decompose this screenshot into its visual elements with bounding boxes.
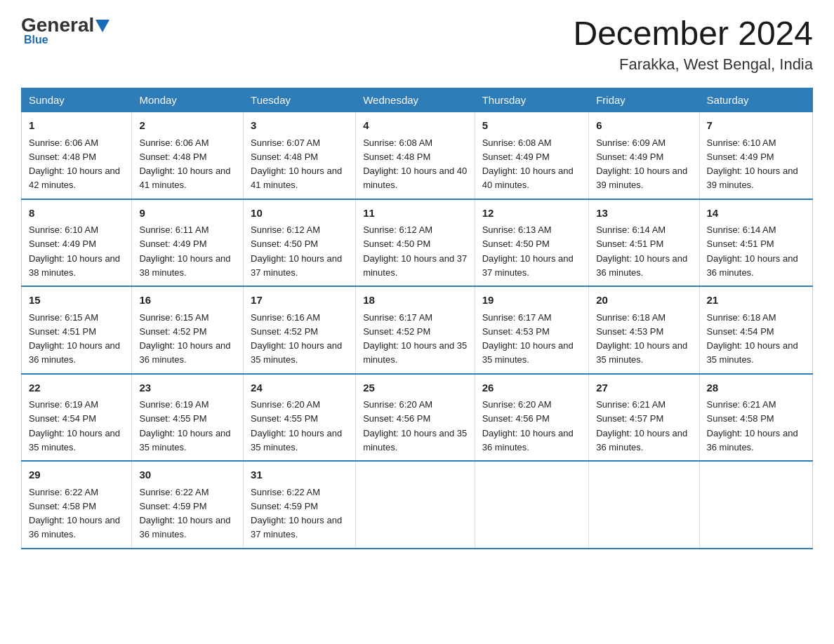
calendar-cell: [699, 461, 812, 549]
calendar-cell: 6Sunrise: 6:09 AMSunset: 4:49 PMDaylight…: [589, 112, 699, 199]
day-number: 3: [251, 118, 348, 134]
day-info: Sunrise: 6:12 AMSunset: 4:50 PMDaylight:…: [363, 224, 467, 278]
weekday-header-tuesday: Tuesday: [244, 88, 356, 112]
day-number: 2: [139, 118, 236, 134]
weekday-header-monday: Monday: [132, 88, 244, 112]
day-info: Sunrise: 6:16 AMSunset: 4:52 PMDaylight:…: [251, 312, 342, 365]
title-block: December 2024 Farakka, West Bengal, Indi…: [573, 14, 813, 74]
day-number: 18: [363, 293, 468, 309]
weekday-header-wednesday: Wednesday: [356, 88, 475, 112]
calendar-cell: 22Sunrise: 6:19 AMSunset: 4:54 PMDayligh…: [22, 374, 132, 462]
calendar-cell: 3Sunrise: 6:07 AMSunset: 4:48 PMDaylight…: [244, 112, 356, 199]
calendar-cell: 26Sunrise: 6:20 AMSunset: 4:56 PMDayligh…: [475, 374, 588, 462]
day-info: Sunrise: 6:06 AMSunset: 4:48 PMDaylight:…: [139, 137, 230, 191]
day-info: Sunrise: 6:20 AMSunset: 4:56 PMDaylight:…: [363, 399, 467, 452]
weekday-header-thursday: Thursday: [475, 88, 588, 112]
day-number: 10: [251, 206, 348, 222]
day-info: Sunrise: 6:14 AMSunset: 4:51 PMDaylight:…: [596, 224, 687, 278]
weekday-header-row: SundayMondayTuesdayWednesdayThursdayFrid…: [22, 88, 813, 112]
day-number: 7: [707, 118, 805, 134]
day-number: 29: [29, 467, 124, 483]
calendar-week-row: 29Sunrise: 6:22 AMSunset: 4:58 PMDayligh…: [22, 461, 813, 549]
day-number: 4: [363, 118, 468, 134]
day-info: Sunrise: 6:10 AMSunset: 4:49 PMDaylight:…: [707, 137, 798, 191]
day-info: Sunrise: 6:08 AMSunset: 4:49 PMDaylight:…: [482, 137, 574, 191]
calendar-week-row: 8Sunrise: 6:10 AMSunset: 4:49 PMDaylight…: [22, 199, 813, 287]
day-info: Sunrise: 6:15 AMSunset: 4:52 PMDaylight:…: [139, 312, 230, 365]
day-info: Sunrise: 6:18 AMSunset: 4:54 PMDaylight:…: [707, 312, 798, 365]
day-number: 17: [251, 293, 348, 309]
day-info: Sunrise: 6:14 AMSunset: 4:51 PMDaylight:…: [707, 224, 798, 278]
calendar-cell: 13Sunrise: 6:14 AMSunset: 4:51 PMDayligh…: [589, 199, 699, 287]
calendar-cell: 2Sunrise: 6:06 AMSunset: 4:48 PMDaylight…: [132, 112, 244, 199]
day-info: Sunrise: 6:18 AMSunset: 4:53 PMDaylight:…: [596, 312, 687, 365]
day-number: 14: [707, 206, 805, 222]
calendar-cell: 11Sunrise: 6:12 AMSunset: 4:50 PMDayligh…: [356, 199, 475, 287]
day-info: Sunrise: 6:11 AMSunset: 4:49 PMDaylight:…: [139, 224, 230, 278]
calendar-week-row: 22Sunrise: 6:19 AMSunset: 4:54 PMDayligh…: [22, 374, 813, 462]
day-number: 24: [251, 380, 348, 396]
logo: General Blue: [21, 14, 110, 46]
day-number: 20: [596, 293, 691, 309]
calendar-cell: 5Sunrise: 6:08 AMSunset: 4:49 PMDaylight…: [475, 112, 588, 199]
calendar-table: SundayMondayTuesdayWednesdayThursdayFrid…: [21, 88, 813, 549]
location-subtitle: Farakka, West Bengal, India: [573, 55, 813, 74]
calendar-cell: [589, 461, 699, 549]
weekday-header-saturday: Saturday: [699, 88, 812, 112]
day-info: Sunrise: 6:17 AMSunset: 4:52 PMDaylight:…: [363, 312, 467, 365]
day-number: 22: [29, 380, 124, 396]
logo-triangle-icon: [95, 20, 110, 32]
day-info: Sunrise: 6:20 AMSunset: 4:56 PMDaylight:…: [482, 399, 574, 452]
day-info: Sunrise: 6:15 AMSunset: 4:51 PMDaylight:…: [29, 312, 120, 365]
calendar-cell: 10Sunrise: 6:12 AMSunset: 4:50 PMDayligh…: [244, 199, 356, 287]
day-number: 30: [139, 467, 236, 483]
calendar-cell: 27Sunrise: 6:21 AMSunset: 4:57 PMDayligh…: [589, 374, 699, 462]
calendar-cell: [356, 461, 475, 549]
day-number: 25: [363, 380, 468, 396]
day-info: Sunrise: 6:20 AMSunset: 4:55 PMDaylight:…: [251, 399, 342, 452]
day-number: 31: [251, 467, 348, 483]
calendar-cell: 1Sunrise: 6:06 AMSunset: 4:48 PMDaylight…: [22, 112, 132, 199]
day-info: Sunrise: 6:08 AMSunset: 4:48 PMDaylight:…: [363, 137, 467, 191]
day-number: 15: [29, 293, 124, 309]
calendar-week-row: 1Sunrise: 6:06 AMSunset: 4:48 PMDaylight…: [22, 112, 813, 199]
day-info: Sunrise: 6:10 AMSunset: 4:49 PMDaylight:…: [29, 224, 120, 278]
day-number: 19: [482, 293, 581, 309]
day-info: Sunrise: 6:12 AMSunset: 4:50 PMDaylight:…: [251, 224, 342, 278]
calendar-cell: 4Sunrise: 6:08 AMSunset: 4:48 PMDaylight…: [356, 112, 475, 199]
day-number: 11: [363, 206, 468, 222]
calendar-cell: 25Sunrise: 6:20 AMSunset: 4:56 PMDayligh…: [356, 374, 475, 462]
day-info: Sunrise: 6:13 AMSunset: 4:50 PMDaylight:…: [482, 224, 574, 278]
day-number: 21: [707, 293, 805, 309]
day-info: Sunrise: 6:09 AMSunset: 4:49 PMDaylight:…: [596, 137, 687, 191]
day-info: Sunrise: 6:19 AMSunset: 4:55 PMDaylight:…: [139, 399, 230, 452]
day-number: 6: [596, 118, 691, 134]
day-info: Sunrise: 6:19 AMSunset: 4:54 PMDaylight:…: [29, 399, 120, 452]
calendar-cell: 20Sunrise: 6:18 AMSunset: 4:53 PMDayligh…: [589, 286, 699, 374]
day-info: Sunrise: 6:22 AMSunset: 4:58 PMDaylight:…: [29, 487, 120, 540]
calendar-cell: 29Sunrise: 6:22 AMSunset: 4:58 PMDayligh…: [22, 461, 132, 549]
calendar-cell: 21Sunrise: 6:18 AMSunset: 4:54 PMDayligh…: [699, 286, 812, 374]
weekday-header-sunday: Sunday: [22, 88, 132, 112]
day-number: 12: [482, 206, 581, 222]
calendar-cell: 8Sunrise: 6:10 AMSunset: 4:49 PMDaylight…: [22, 199, 132, 287]
calendar-cell: 19Sunrise: 6:17 AMSunset: 4:53 PMDayligh…: [475, 286, 588, 374]
calendar-cell: 18Sunrise: 6:17 AMSunset: 4:52 PMDayligh…: [356, 286, 475, 374]
day-number: 13: [596, 206, 691, 222]
month-year-title: December 2024: [573, 14, 813, 53]
page-header: General Blue December 2024 Farakka, West…: [21, 14, 813, 74]
day-number: 28: [707, 380, 805, 396]
day-number: 23: [139, 380, 236, 396]
day-number: 5: [482, 118, 581, 134]
day-info: Sunrise: 6:17 AMSunset: 4:53 PMDaylight:…: [482, 312, 574, 365]
calendar-cell: 15Sunrise: 6:15 AMSunset: 4:51 PMDayligh…: [22, 286, 132, 374]
day-number: 27: [596, 380, 691, 396]
calendar-cell: 16Sunrise: 6:15 AMSunset: 4:52 PMDayligh…: [132, 286, 244, 374]
calendar-cell: 23Sunrise: 6:19 AMSunset: 4:55 PMDayligh…: [132, 374, 244, 462]
day-number: 9: [139, 206, 236, 222]
day-info: Sunrise: 6:22 AMSunset: 4:59 PMDaylight:…: [251, 487, 342, 540]
day-number: 26: [482, 380, 581, 396]
day-info: Sunrise: 6:06 AMSunset: 4:48 PMDaylight:…: [29, 137, 120, 191]
day-info: Sunrise: 6:21 AMSunset: 4:58 PMDaylight:…: [707, 399, 798, 452]
day-info: Sunrise: 6:21 AMSunset: 4:57 PMDaylight:…: [596, 399, 687, 452]
